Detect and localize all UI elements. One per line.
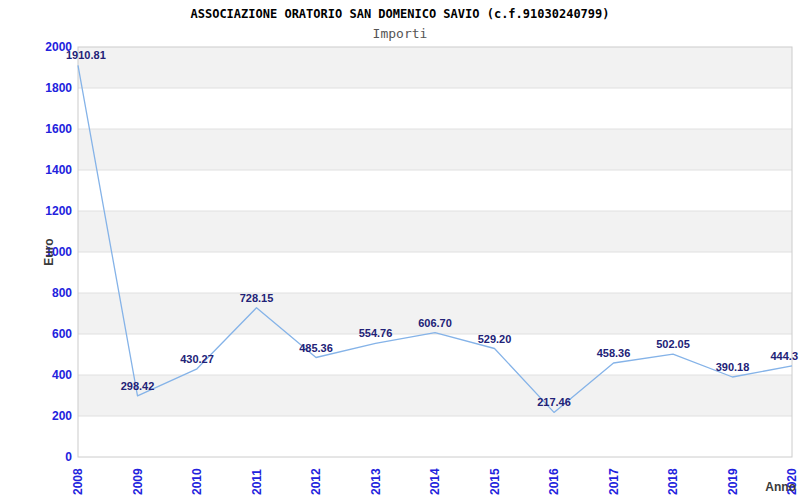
plot-band (78, 129, 792, 170)
point-label: 606.70 (418, 317, 452, 329)
x-tick-label: 2008 (71, 468, 85, 495)
point-label: 485.36 (299, 342, 333, 354)
point-label: 554.76 (359, 327, 393, 339)
x-axis-title: Anno (765, 480, 796, 494)
point-label: 728.15 (240, 292, 274, 304)
y-tick-label: 1600 (45, 122, 72, 136)
y-tick-label: 400 (52, 368, 72, 382)
point-label: 390.18 (716, 361, 750, 373)
y-tick-label: 1400 (45, 163, 72, 177)
x-tick-label: 2012 (309, 468, 323, 495)
point-label: 529.20 (478, 333, 512, 345)
y-tick-label: 1200 (45, 204, 72, 218)
y-tick-label: 800 (52, 286, 72, 300)
x-tick-label: 2009 (131, 468, 145, 495)
x-tick-label: 2016 (547, 468, 561, 495)
point-label: 444.3 (770, 350, 798, 362)
x-tick-label: 2017 (607, 468, 621, 495)
point-label: 217.46 (537, 396, 571, 408)
x-tick-label: 2013 (369, 468, 383, 495)
point-label: 430.27 (180, 353, 214, 365)
y-tick-label: 0 (65, 450, 72, 464)
x-tick-label: 2014 (428, 468, 442, 495)
x-tick-label: 2019 (726, 468, 740, 495)
x-tick-label: 2010 (190, 468, 204, 495)
y-tick-label: 600 (52, 327, 72, 341)
point-label: 458.36 (597, 347, 631, 359)
y-tick-label: 200 (52, 409, 72, 423)
plot-band (78, 375, 792, 416)
point-label: 502.05 (656, 338, 690, 350)
x-tick-label: 2015 (488, 468, 502, 495)
chart-page: ASSOCIAZIONE ORATORIO SAN DOMENICO SAVIO… (0, 0, 800, 500)
x-tick-label: 2011 (250, 469, 264, 495)
y-tick-label: 1800 (45, 81, 72, 95)
line-chart: 1910.81298.42430.27728.15485.36554.76606… (0, 0, 800, 500)
plot-band (78, 47, 792, 88)
y-axis-title: Euro (42, 238, 56, 265)
x-tick-label: 2018 (666, 468, 680, 495)
y-tick-label: 2000 (45, 40, 72, 54)
point-label: 298.42 (121, 380, 155, 392)
plot-band (78, 211, 792, 252)
